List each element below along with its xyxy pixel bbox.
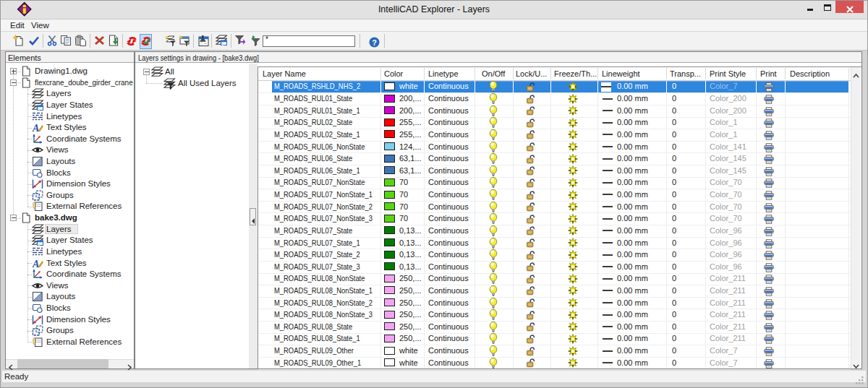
svg-text:?: ? — [372, 38, 377, 47]
svg-text:A: A — [32, 123, 39, 134]
svg-text:A: A — [32, 258, 39, 269]
